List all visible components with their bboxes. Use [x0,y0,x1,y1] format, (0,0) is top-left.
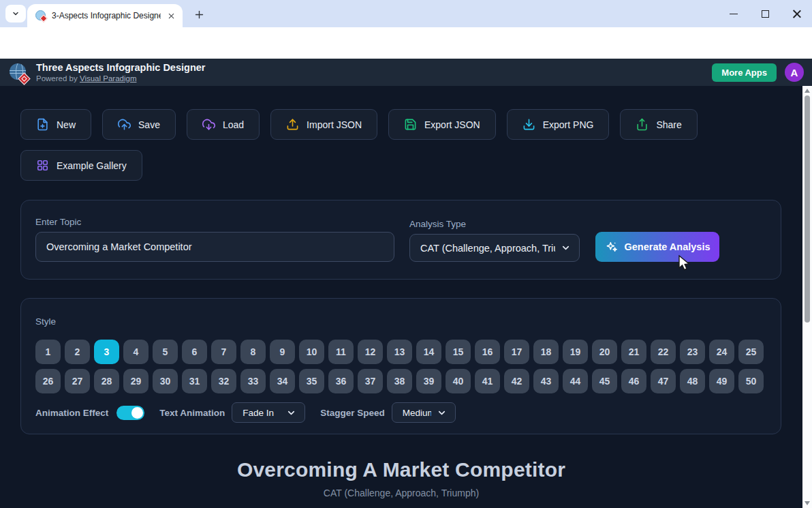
style-option-21[interactable]: 21 [621,340,646,364]
infographic-preview: Overcoming A Market Competitor CAT (Chal… [0,458,802,498]
chevron-down-icon [437,408,447,418]
style-option-30[interactable]: 30 [153,369,178,393]
action-example-gallery-button[interactable]: Example Gallery [20,150,142,181]
action-new-button[interactable]: New [20,109,91,140]
style-option-15[interactable]: 15 [446,340,471,364]
style-option-35[interactable]: 35 [299,369,324,393]
visual-paradigm-link[interactable]: Visual Paradigm [80,74,137,83]
style-option-8[interactable]: 8 [240,340,266,364]
browser-tab-strip: 3-Aspects Infographic Designer [0,0,812,27]
app-header: Three Aspects Infographic Designer Power… [0,59,812,86]
more-apps-button[interactable]: More Apps [712,63,777,82]
file-plus-icon [36,118,49,131]
style-option-22[interactable]: 22 [651,340,676,364]
style-option-5[interactable]: 5 [153,340,178,364]
scrollbar-thumb[interactable] [805,95,810,323]
style-option-44[interactable]: 44 [563,369,588,393]
style-option-37[interactable]: 37 [358,369,383,393]
style-option-33[interactable]: 33 [240,369,266,393]
animation-effect-label: Animation Effect [35,408,108,418]
app-avatar[interactable]: A [785,63,804,82]
action-share-button[interactable]: Share [620,109,697,140]
app-title: Three Aspects Infographic Designer [36,62,205,74]
style-option-47[interactable]: 47 [651,369,676,393]
style-option-28[interactable]: 28 [94,369,119,393]
browser-tab[interactable]: 3-Aspects Infographic Designer [27,4,183,27]
style-option-11[interactable]: 11 [328,340,354,364]
mouse-cursor [678,255,693,271]
floppy-icon [404,118,417,131]
scroll-up-icon[interactable] [805,89,810,93]
style-option-34[interactable]: 34 [270,369,295,393]
style-option-14[interactable]: 14 [416,340,441,364]
grid-icon [36,159,49,172]
close-button[interactable] [781,0,812,27]
chevron-down-icon [561,243,571,253]
style-option-41[interactable]: 41 [475,369,500,393]
action-export-json-button[interactable]: Export JSON [388,109,496,140]
style-option-25[interactable]: 25 [738,340,764,364]
generate-analysis-button[interactable]: Generate Analysis [595,232,719,262]
style-option-48[interactable]: 48 [680,369,705,393]
style-option-20[interactable]: 20 [592,340,617,364]
window-controls [718,0,812,27]
minimize-button[interactable] [718,0,749,27]
action-button-label: Export PNG [543,119,594,130]
action-save-button[interactable]: Save [102,109,176,140]
style-option-40[interactable]: 40 [446,369,471,393]
topic-input[interactable] [35,232,394,262]
style-option-36[interactable]: 36 [328,369,354,393]
animation-controls: Animation Effect Text Animation Fade In … [35,402,456,423]
style-option-7[interactable]: 7 [211,340,236,364]
style-option-27[interactable]: 27 [65,369,90,393]
action-export-png-button[interactable]: Export PNG [507,109,610,140]
style-option-17[interactable]: 17 [504,340,529,364]
tab-search-chevron-icon[interactable] [5,5,26,23]
tab-title: 3-Aspects Infographic Designer [52,11,161,20]
stagger-speed-select[interactable]: Medium [392,402,456,423]
style-option-13[interactable]: 13 [387,340,412,364]
new-tab-button[interactable] [191,6,207,23]
style-option-31[interactable]: 31 [182,369,207,393]
style-option-9[interactable]: 9 [270,340,295,364]
style-option-1[interactable]: 1 [35,340,61,364]
action-button-label: Load [223,119,244,130]
style-option-24[interactable]: 24 [709,340,734,364]
animation-effect-toggle[interactable] [116,406,144,420]
action-import-json-button[interactable]: Import JSON [270,109,377,140]
analysis-type-label: Analysis Type [409,219,466,229]
style-option-3[interactable]: 3 [94,340,119,364]
style-option-42[interactable]: 42 [504,369,529,393]
style-option-10[interactable]: 10 [299,340,324,364]
maximize-button[interactable] [749,0,781,27]
page-scrollbar[interactable] [802,86,812,508]
style-option-26[interactable]: 26 [35,369,61,393]
style-option-6[interactable]: 6 [182,340,207,364]
style-option-29[interactable]: 29 [123,369,149,393]
scroll-down-icon[interactable] [805,501,810,505]
style-option-4[interactable]: 4 [123,340,149,364]
style-panel: Style 1234567891011121314151617181920212… [20,298,781,434]
style-option-50[interactable]: 50 [738,369,764,393]
upload-icon [286,118,299,131]
style-option-12[interactable]: 12 [358,340,383,364]
style-option-19[interactable]: 19 [563,340,588,364]
action-load-button[interactable]: Load [187,109,260,140]
tab-close-icon[interactable] [165,10,177,22]
analysis-type-select[interactable]: CAT (Challenge, Approach, Triumph) [409,234,580,262]
style-option-39[interactable]: 39 [416,369,441,393]
style-option-18[interactable]: 18 [533,340,559,364]
style-option-49[interactable]: 49 [709,369,734,393]
style-option-16[interactable]: 16 [475,340,500,364]
style-option-38[interactable]: 38 [387,369,412,393]
style-option-23[interactable]: 23 [680,340,705,364]
style-option-46[interactable]: 46 [621,369,646,393]
style-option-32[interactable]: 32 [211,369,236,393]
style-option-2[interactable]: 2 [65,340,90,364]
chevron-down-icon [286,408,296,418]
style-option-45[interactable]: 45 [592,369,617,393]
cloud-upload-icon [118,118,131,131]
style-option-43[interactable]: 43 [533,369,559,393]
text-animation-select[interactable]: Fade In [232,402,305,423]
app-logo-icon [10,63,28,82]
